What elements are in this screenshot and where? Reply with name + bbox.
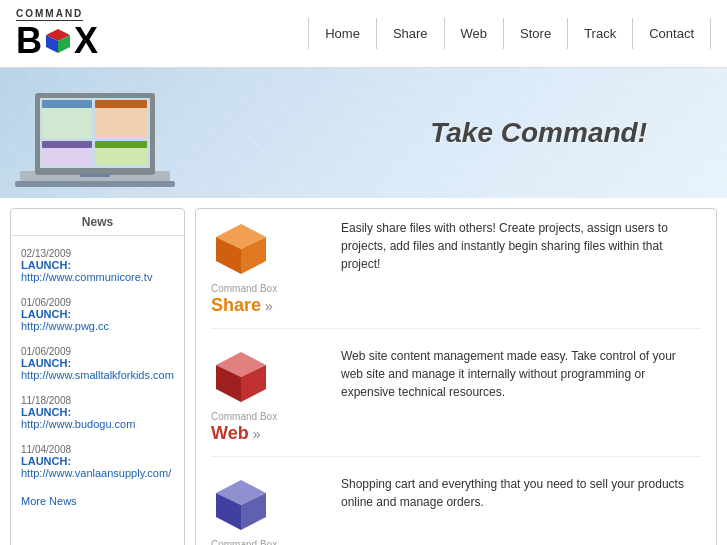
svg-rect-8 — [42, 100, 92, 108]
product-icon-area: Command Box Web » — [211, 347, 341, 444]
banner-laptop-icon — [10, 83, 180, 198]
product-section: Command Box Store » Shopping cart and ev… — [211, 475, 701, 545]
product-name-row: Web » — [211, 423, 260, 444]
nav-web[interactable]: Web — [445, 18, 505, 49]
svg-rect-15 — [80, 174, 110, 177]
product-arrows-icon: » — [253, 426, 261, 442]
news-date: 11/04/2008 — [21, 444, 174, 455]
product-description: Web site content management made easy. T… — [341, 347, 701, 401]
header: COMMAND B X Home Share Web Store Track C… — [0, 0, 727, 68]
news-launch: LAUNCH: — [21, 455, 174, 467]
logo-cube-icon — [44, 27, 72, 55]
news-link[interactable]: http://www.budogu.com — [21, 418, 174, 430]
news-link[interactable]: http://www.vanlaansupply.com/ — [21, 467, 174, 479]
news-item: 02/13/2009 LAUNCH: http://www.communicor… — [11, 244, 184, 287]
news-date: 01/06/2009 — [21, 346, 174, 357]
product-box-label: Command Box — [211, 539, 277, 545]
banner-title: Take Command! — [430, 117, 647, 149]
nav-track[interactable]: Track — [568, 18, 633, 49]
product-name: Share — [211, 295, 261, 316]
svg-rect-12 — [42, 141, 92, 148]
product-description: Easily share files with others! Create p… — [341, 219, 701, 273]
banner: Take Command! — [0, 68, 727, 198]
news-link[interactable]: http://www.communicore.tv — [21, 271, 174, 283]
product-box-label: Command Box — [211, 283, 277, 294]
product-name: Web — [211, 423, 249, 444]
news-item: 01/06/2009 LAUNCH: http://www.pwg.cc — [11, 293, 184, 336]
news-link[interactable]: http://www.pwg.cc — [21, 320, 174, 332]
product-cube-icon — [211, 219, 271, 279]
svg-rect-10 — [95, 100, 147, 108]
product-box-label: Command Box — [211, 411, 277, 422]
news-link[interactable]: http://www.smalltalkforkids.com — [21, 369, 174, 381]
news-item: 11/18/2008 LAUNCH: http://www.budogu.com — [11, 391, 184, 434]
news-launch: LAUNCH: — [21, 259, 174, 271]
sidebar: News 02/13/2009 LAUNCH: http://www.commu… — [10, 208, 185, 545]
news-launch: LAUNCH: — [21, 357, 174, 369]
logo-area: COMMAND B X — [16, 8, 136, 59]
product-icon-area: Command Box Share » — [211, 219, 341, 316]
product-arrows-icon: » — [265, 298, 273, 314]
content-area: Command Box Share » Easily share files w… — [195, 208, 717, 545]
logo-b: B — [16, 23, 42, 59]
product-cube-icon — [211, 347, 271, 407]
product-section: Command Box Share » Easily share files w… — [211, 219, 701, 329]
news-date: 11/18/2008 — [21, 395, 174, 406]
news-launch: LAUNCH: — [21, 406, 174, 418]
news-list: 02/13/2009 LAUNCH: http://www.communicor… — [11, 244, 184, 483]
product-section: Command Box Web » Web site content manag… — [211, 347, 701, 457]
products-list: Command Box Share » Easily share files w… — [211, 219, 701, 545]
main-content: News 02/13/2009 LAUNCH: http://www.commu… — [0, 198, 727, 545]
news-date: 01/06/2009 — [21, 297, 174, 308]
product-name-row: Share » — [211, 295, 273, 316]
news-date: 02/13/2009 — [21, 248, 174, 259]
logo-x: X — [74, 23, 98, 59]
product-icon-area: Command Box Store » — [211, 475, 341, 545]
more-news-link[interactable]: More News — [11, 489, 184, 507]
nav-share[interactable]: Share — [377, 18, 445, 49]
logo-box-area: B X — [16, 23, 98, 59]
news-item: 01/06/2009 LAUNCH: http://www.smalltalkf… — [11, 342, 184, 385]
nav-store[interactable]: Store — [504, 18, 568, 49]
nav-contact[interactable]: Contact — [633, 18, 711, 49]
news-item: 11/04/2008 LAUNCH: http://www.vanlaansup… — [11, 440, 184, 483]
main-nav: Home Share Web Store Track Contact — [308, 18, 711, 49]
sidebar-title: News — [11, 209, 184, 236]
nav-home[interactable]: Home — [308, 18, 377, 49]
svg-rect-4 — [15, 181, 175, 187]
svg-rect-14 — [95, 141, 147, 148]
product-description: Shopping cart and everything that you ne… — [341, 475, 701, 511]
product-cube-icon — [211, 475, 271, 535]
news-launch: LAUNCH: — [21, 308, 174, 320]
